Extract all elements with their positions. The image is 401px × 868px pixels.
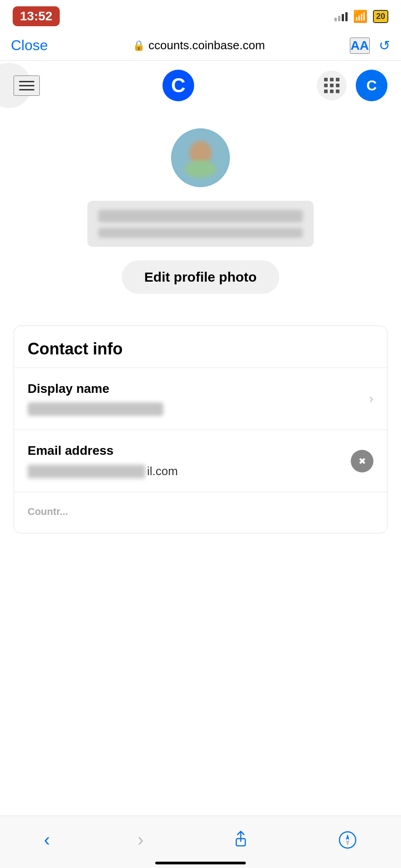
email-value-blurred [28, 465, 145, 478]
svg-text:C: C [171, 74, 186, 96]
contact-info-header: Contact info [14, 326, 387, 368]
svg-marker-9 [346, 834, 349, 840]
hamburger-menu-button[interactable] [14, 75, 40, 96]
lock-icon: 🔒 [133, 40, 145, 52]
contact-info-card: Contact info Display name › Email addres… [14, 326, 387, 533]
apps-button[interactable] [317, 71, 347, 100]
edit-profile-photo-button[interactable]: Edit profile photo [122, 260, 279, 294]
browser-back-button[interactable]: ‹ [35, 825, 59, 854]
wifi-icon: 📶 [353, 9, 368, 24]
browser-share-button[interactable] [222, 826, 259, 854]
display-name-field[interactable]: Display name › [14, 368, 387, 430]
contact-info-title: Contact info [28, 340, 373, 359]
browser-compass-button[interactable] [329, 826, 366, 854]
apps-grid-icon [324, 78, 339, 93]
browser-bar: Close 🔒 ccounts.coinbase.com AA ↺ [0, 31, 401, 61]
user-avatar-button[interactable]: C [356, 70, 387, 101]
country-field[interactable]: Countr... [14, 492, 387, 533]
browser-forward-button[interactable]: › [129, 825, 153, 854]
refresh-button[interactable]: ↺ [379, 38, 390, 53]
browser-bottom-bar: ‹ › [0, 816, 401, 868]
chevron-right-icon: › [369, 392, 373, 406]
svg-point-5 [171, 128, 230, 187]
country-label-partial: Countr... [28, 506, 373, 518]
email-label: Email address [28, 443, 342, 458]
status-icons: 📶 20 [334, 9, 388, 24]
copy-email-button[interactable]: ✖ [351, 450, 373, 472]
country-content: Countr... [28, 506, 373, 524]
svg-marker-10 [346, 840, 349, 846]
blurred-name [98, 210, 303, 222]
coinbase-header: C C [0, 61, 401, 110]
email-content: Email address il.com [28, 443, 342, 478]
blurred-email [98, 228, 303, 238]
display-name-content: Display name [28, 382, 360, 416]
status-bar: 13:52 📶 20 [0, 0, 401, 31]
profile-photo[interactable] [171, 128, 230, 187]
blurred-profile-info [87, 201, 314, 247]
coinbase-logo: C [162, 70, 194, 101]
browser-close-button[interactable]: Close [11, 37, 48, 54]
hamburger-line [19, 89, 34, 90]
battery-icon: 20 [373, 10, 388, 23]
profile-section: Edit profile photo [0, 110, 401, 326]
display-name-value [28, 402, 163, 416]
email-value-suffix: il.com [147, 464, 178, 478]
home-indicator [155, 862, 246, 864]
email-value-row: il.com [28, 464, 342, 478]
email-field[interactable]: Email address il.com ✖ [14, 430, 387, 492]
browser-url-bar[interactable]: 🔒 ccounts.coinbase.com [57, 38, 341, 52]
hamburger-line [19, 81, 34, 82]
status-time: 13:52 [13, 6, 60, 26]
display-name-label: Display name [28, 382, 360, 396]
header-right: C [317, 70, 387, 101]
signal-icon [334, 11, 348, 21]
profile-photo-image [171, 128, 230, 187]
hamburger-line [19, 85, 34, 86]
copy-icon: ✖ [358, 456, 366, 467]
url-text: ccounts.coinbase.com [148, 38, 265, 52]
aa-button[interactable]: AA [350, 38, 370, 54]
